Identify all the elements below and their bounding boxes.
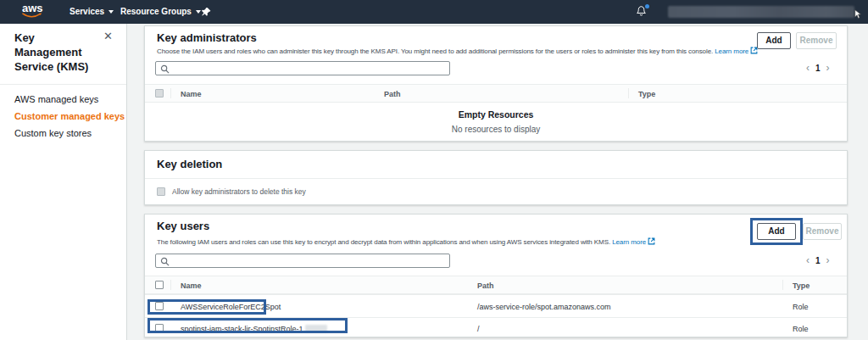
table-row: spotinst-iam-stack-lir-SpotinstRole-1 / … — [145, 317, 847, 338]
page-number[interactable]: 1 — [815, 256, 821, 265]
aws-logo-text: aws — [22, 2, 43, 14]
remove-button[interactable]: Remove — [796, 32, 837, 49]
cell-name-text: spotinst-iam-stack-lir-SpotinstRole-1 — [181, 325, 303, 333]
key-users-description: The following IAM users and roles can us… — [157, 237, 655, 247]
nav-services-label: Services — [70, 7, 104, 16]
learn-more-link[interactable]: Learn more — [715, 47, 758, 55]
select-all-checkbox[interactable] — [155, 89, 164, 98]
cell-path: /aws-service-role/spot.amazonaws.com — [477, 303, 611, 311]
sidebar-item-custom-key-stores[interactable]: Custom key stores — [0, 125, 126, 142]
page-number[interactable]: 1 — [815, 64, 821, 73]
key-deletion-section: Key deletion Allow key administrators to… — [144, 150, 848, 205]
column-header-type: Type — [638, 90, 655, 98]
search-input[interactable] — [173, 63, 444, 74]
empty-state: Empty Resources No resources to display — [145, 109, 847, 134]
search-icon — [160, 64, 170, 74]
redacted-text-blur — [305, 325, 327, 332]
key-deletion-title: Key deletion — [157, 158, 222, 170]
column-divider — [628, 88, 629, 98]
cell-name: spotinst-iam-stack-lir-SpotinstRole-1 — [181, 325, 327, 333]
cell-path: / — [477, 325, 480, 333]
close-icon[interactable]: ✕ — [103, 31, 113, 42]
prev-page-icon[interactable]: ‹ — [806, 63, 810, 73]
pin-icon[interactable] — [201, 6, 211, 21]
key-administrators-title: Key administrators — [157, 31, 257, 44]
table-header: Name Path Type — [145, 84, 847, 103]
notification-badge — [645, 4, 649, 8]
key-users-title: Key users — [157, 220, 209, 232]
search-input[interactable] — [173, 255, 444, 266]
column-divider — [782, 280, 783, 290]
sidebar-divider — [0, 84, 126, 85]
column-header-path: Path — [384, 90, 401, 98]
empty-state-title: Empty Resources — [145, 109, 847, 120]
account-info-redacted — [668, 6, 854, 18]
learn-more-link[interactable]: Learn more — [612, 238, 655, 246]
aws-logo[interactable]: aws — [22, 3, 43, 19]
select-all-checkbox[interactable] — [155, 281, 164, 289]
table-row: AWSServiceRoleForEC2Spot /aws-service-ro… — [145, 294, 847, 317]
sidebar-item-customer-managed-keys[interactable]: Customer managed keys — [0, 108, 126, 125]
top-navigation-bar: aws Services Resource Groups — [0, 0, 868, 24]
row-checkbox[interactable] — [155, 324, 164, 332]
sidebar-title: Key Management Service (KMS) — [14, 31, 97, 75]
sidebar-nav: AWS managed keys Customer managed keys C… — [0, 91, 126, 142]
description-text: Choose the IAM users and roles who can a… — [157, 47, 713, 55]
section-divider — [145, 178, 847, 179]
nav-resource-groups-label: Resource Groups — [120, 7, 192, 16]
learn-more-label: Learn more — [612, 238, 646, 246]
kms-sidebar: ✕ Key Management Service (KMS) AWS manag… — [0, 24, 127, 340]
column-header-name: Name — [181, 90, 202, 98]
key-administrators-description: Choose the IAM users and roles who can a… — [157, 47, 758, 56]
column-header-type: Type — [793, 281, 810, 290]
row-checkbox[interactable] — [155, 302, 164, 310]
description-text: The following IAM users and roles can us… — [157, 238, 610, 246]
nav-resource-groups[interactable]: Resource Groups — [120, 7, 201, 16]
key-users-section: Key users The following IAM users and ro… — [144, 214, 848, 337]
column-header-path: Path — [477, 281, 494, 290]
remove-button[interactable]: Remove — [803, 223, 842, 240]
cell-type: Role — [793, 325, 809, 333]
search-icon — [160, 257, 170, 266]
nav-services[interactable]: Services — [70, 7, 114, 16]
mouse-cursor — [854, 8, 862, 23]
pagination: ‹ 1 › — [806, 255, 845, 265]
add-button[interactable]: Add — [757, 32, 791, 49]
column-divider — [170, 88, 171, 98]
cell-type: Role — [793, 303, 809, 311]
allow-deletion-checkbox[interactable] — [157, 187, 165, 196]
sidebar-item-aws-managed-keys[interactable]: AWS managed keys — [0, 91, 126, 108]
learn-more-label: Learn more — [715, 47, 748, 55]
allow-deletion-label: Allow key administrators to delete this … — [172, 187, 306, 196]
next-page-icon[interactable]: › — [826, 63, 830, 73]
add-button[interactable]: Add — [757, 223, 796, 240]
key-administrators-section: Key administrators Choose the IAM users … — [144, 25, 848, 142]
empty-state-message: No resources to display — [145, 125, 847, 134]
key-administrators-search — [155, 61, 450, 75]
external-link-icon — [648, 237, 655, 247]
chevron-down-icon — [108, 10, 114, 14]
cell-name: AWSServiceRoleForEC2Spot — [181, 303, 281, 311]
pagination: ‹ 1 › — [806, 63, 845, 73]
next-page-icon[interactable]: › — [826, 255, 830, 265]
table-header: Name Path Type — [145, 276, 847, 294]
column-header-name: Name — [181, 281, 202, 290]
key-users-search — [155, 254, 450, 268]
prev-page-icon[interactable]: ‹ — [806, 255, 810, 265]
column-divider — [170, 280, 171, 290]
